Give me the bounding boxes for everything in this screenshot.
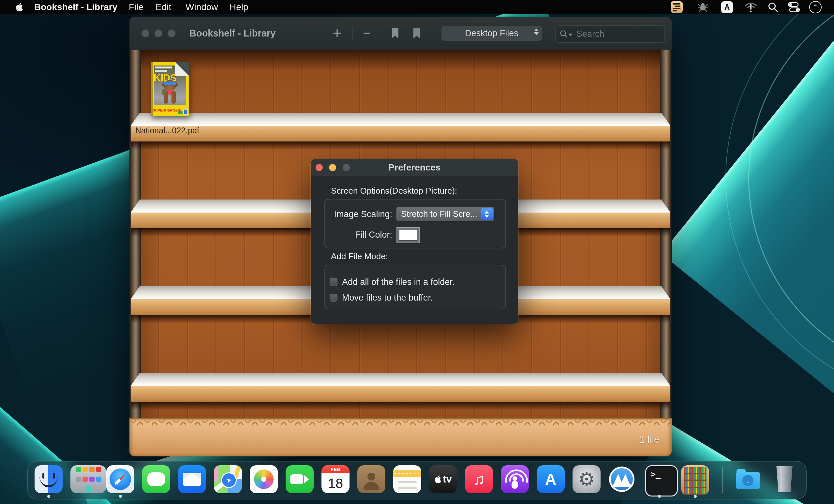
apple-menu[interactable] <box>12 0 27 14</box>
search-input[interactable] <box>576 29 649 40</box>
dock-item-messages[interactable] <box>142 465 170 493</box>
dock-item-photos[interactable] <box>250 465 278 493</box>
dog-illustration <box>157 77 183 105</box>
search-field[interactable] <box>555 25 665 43</box>
dock-item-safari[interactable] <box>106 465 134 493</box>
collection-select-value: Desktop Files <box>465 28 519 39</box>
dock-item-podcasts[interactable] <box>501 465 529 493</box>
dock-item-tv[interactable]: tv <box>429 465 457 493</box>
image-scaling-value: Stretch to Fill Scre... <box>396 209 481 219</box>
dialog-title: Preferences <box>311 159 519 176</box>
dock-item-finder[interactable] <box>35 465 63 493</box>
remove-file-button[interactable]: − <box>359 17 375 50</box>
checkbox-row: Move files to the buffer. <box>330 293 433 303</box>
pdf-file-thumbnail[interactable]: KIDS SUPERHEROES! <box>151 62 189 116</box>
preferences-dialog: Preferences Screen Options(Desktop Pictu… <box>311 159 519 324</box>
cover-masthead-bar <box>155 70 167 72</box>
cover-banner-text: SUPERHEROES! <box>153 108 181 112</box>
folded-corner <box>175 62 189 76</box>
close-button[interactable] <box>141 29 149 37</box>
dock-item-trash[interactable] <box>770 465 798 493</box>
menu-bar: Bookshelf - Library File Edit Window Hel… <box>0 0 834 14</box>
search-scope-chevron-icon <box>569 34 572 36</box>
input-source-a-icon[interactable]: A <box>720 0 734 14</box>
dock-item-notes[interactable] <box>393 465 421 493</box>
image-scaling-label: Image Scaling: <box>330 209 392 219</box>
running-indicator <box>47 495 50 498</box>
menu-window[interactable]: Window <box>185 0 218 14</box>
running-indicator <box>119 495 122 498</box>
menu-file[interactable]: File <box>129 0 144 14</box>
cover-badge <box>178 111 182 114</box>
shelf-row <box>131 373 670 410</box>
apple-icon <box>15 3 23 12</box>
minimize-button[interactable] <box>155 29 162 37</box>
screen-options-label: Screen Options(Desktop Picture): <box>331 186 457 196</box>
control-center-icon[interactable] <box>786 0 802 14</box>
checkbox-row: Add all of the files in a folder. <box>330 277 455 287</box>
dock-item-app-cleaner[interactable] <box>608 465 636 493</box>
dock-item-facetime[interactable] <box>286 465 314 493</box>
file-name-label: National...022.pdf <box>135 126 199 135</box>
add-file-mode-label: Add File Mode: <box>331 251 388 261</box>
spotlight-search-icon[interactable] <box>766 0 781 14</box>
menu-app-name[interactable]: Bookshelf - Library <box>34 0 117 14</box>
select-chevron-icon <box>481 208 493 220</box>
shelf-row <box>131 113 670 150</box>
dock-divider <box>722 467 723 493</box>
collection-select[interactable]: Desktop Files <box>441 26 542 41</box>
search-icon <box>559 30 568 38</box>
dock-item-bookshelf[interactable] <box>681 465 709 495</box>
stitch-border <box>129 420 672 425</box>
fill-color-label: Fill Color: <box>330 230 392 240</box>
running-indicator <box>694 495 697 498</box>
dock-item-downloads[interactable]: ↓ <box>734 465 762 493</box>
dock-item-launchpad[interactable] <box>70 465 106 493</box>
add-file-button[interactable]: + <box>329 17 345 50</box>
menu-edit[interactable]: Edit <box>155 0 171 14</box>
dock-item-appstore[interactable]: A <box>537 465 565 493</box>
dock-item-maps[interactable]: ➤ <box>214 465 242 493</box>
bookshelf-list-icon[interactable] <box>669 0 684 14</box>
menu-help[interactable]: Help <box>229 0 248 14</box>
window-title: Bookshelf - Library <box>190 17 276 50</box>
cover-masthead-bar <box>155 66 172 68</box>
running-indicator <box>658 495 661 498</box>
desktop: Bookshelf - Library File Edit Window Hel… <box>0 0 834 504</box>
dock-item-calendar[interactable]: FEB18 <box>322 465 350 493</box>
dock-item-mail[interactable] <box>178 465 206 493</box>
zoom-button[interactable] <box>168 29 175 37</box>
top-shadow <box>129 50 672 71</box>
dock-item-system-settings[interactable]: ⚙ <box>572 465 600 493</box>
dock-item-contacts[interactable] <box>357 465 386 493</box>
dock-item-music[interactable]: ♫ <box>465 465 493 493</box>
shelf-base <box>129 418 672 456</box>
book-spine <box>151 62 153 116</box>
bookmark-alt-icon[interactable] <box>413 28 421 39</box>
fill-color-well[interactable] <box>396 227 420 243</box>
window-titlebar[interactable]: Bookshelf - Library + − Desktop Files <box>129 17 672 50</box>
dock: ➤ FEB18 tv ♫ A ⚙ >_ ↓ <box>27 461 807 500</box>
menu-extra-chevron-icon[interactable]: ⌃ <box>808 0 823 14</box>
move-files-checkbox[interactable] <box>330 294 337 302</box>
image-scaling-select[interactable]: Stretch to Fill Scre... <box>396 207 494 221</box>
dock-item-terminal[interactable]: >_ <box>645 465 678 497</box>
updown-chevron-icon <box>534 28 539 35</box>
toolbar-separator <box>352 27 352 40</box>
bookmark-icon[interactable] <box>391 28 399 39</box>
add-all-files-checkbox[interactable] <box>330 278 337 286</box>
wifi-alert-icon[interactable] <box>743 0 759 14</box>
checkbox-label: Move files to the buffer. <box>342 293 433 303</box>
toolbar-separator <box>406 27 406 40</box>
checkbox-label: Add all of the files in a folder. <box>342 277 455 287</box>
cover-badge <box>183 109 188 115</box>
cover-band: SUPERHEROES! <box>151 105 189 116</box>
drweb-spider-icon[interactable] <box>696 0 710 14</box>
file-count-label: 1 file <box>639 434 659 445</box>
dialog-titlebar[interactable]: Preferences <box>311 159 519 176</box>
